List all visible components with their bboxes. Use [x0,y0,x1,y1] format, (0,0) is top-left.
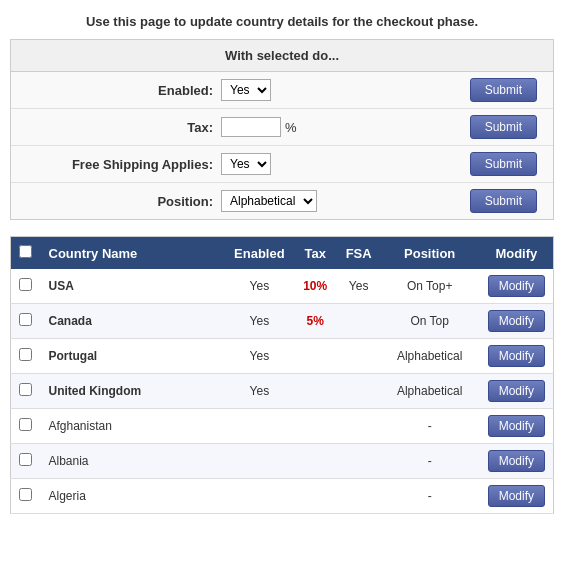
row-country-name: Portugal [41,339,227,374]
table-row: United KingdomYesAlphabeticalModify [11,374,554,409]
tax-label: Tax: [21,120,221,135]
free-shipping-select[interactable]: Yes No [221,153,271,175]
modify-button[interactable]: Modify [488,485,545,507]
tax-input[interactable] [221,117,281,137]
free-shipping-control: Yes No [221,153,470,175]
header-enabled: Enabled [226,237,293,270]
row-country-name: Algeria [41,479,227,514]
row-fsa [338,339,380,374]
row-country-name: USA [41,269,227,304]
enabled-row: Enabled: Yes No Submit [11,72,553,109]
row-country-name: United Kingdom [41,374,227,409]
modify-button[interactable]: Modify [488,450,545,472]
modify-button[interactable]: Modify [488,345,545,367]
header-fsa: FSA [338,237,380,270]
row-enabled: Yes [226,339,293,374]
header-position: Position [380,237,480,270]
table-row: Albania-Modify [11,444,554,479]
row-position: - [380,444,480,479]
tax-submit-button[interactable]: Submit [470,115,537,139]
modify-button[interactable]: Modify [488,275,545,297]
countries-table-section: Country Name Enabled Tax FSA Position Mo… [10,236,554,514]
free-shipping-submit-button[interactable]: Submit [470,152,537,176]
row-modify-cell: Modify [480,409,554,444]
enabled-select[interactable]: Yes No [221,79,271,101]
row-checkbox[interactable] [19,348,32,361]
table-row: PortugalYesAlphabeticalModify [11,339,554,374]
row-checkbox[interactable] [19,418,32,431]
row-checkbox-cell [11,444,41,479]
row-position: Alphabetical [380,339,480,374]
row-fsa [338,444,380,479]
modify-button[interactable]: Modify [488,380,545,402]
row-enabled: Yes [226,304,293,339]
row-modify-cell: Modify [480,304,554,339]
position-label: Position: [21,194,221,209]
row-country-name: Albania [41,444,227,479]
header-modify: Modify [480,237,554,270]
modify-button[interactable]: Modify [488,310,545,332]
row-checkbox[interactable] [19,383,32,396]
row-position: On Top [380,304,480,339]
row-fsa: Yes [338,269,380,304]
select-all-checkbox[interactable] [19,245,32,258]
table-header-row: Country Name Enabled Tax FSA Position Mo… [11,237,554,270]
row-enabled [226,409,293,444]
row-modify-cell: Modify [480,339,554,374]
enabled-control: Yes No [221,79,470,101]
row-checkbox-cell [11,374,41,409]
row-checkbox-cell [11,269,41,304]
row-checkbox[interactable] [19,313,32,326]
enabled-submit-button[interactable]: Submit [470,78,537,102]
header-checkbox-col [11,237,41,270]
row-enabled [226,444,293,479]
tax-row: Tax: % Submit [11,109,553,146]
free-shipping-label: Free Shipping Applies: [21,157,221,172]
row-position: - [380,409,480,444]
table-row: USAYes10%YesOn Top+Modify [11,269,554,304]
row-tax [293,339,338,374]
row-tax: 10% [293,269,338,304]
header-country-name: Country Name [41,237,227,270]
row-checkbox-cell [11,304,41,339]
row-position: On Top+ [380,269,480,304]
row-checkbox[interactable] [19,488,32,501]
row-fsa [338,409,380,444]
row-tax: 5% [293,304,338,339]
row-fsa [338,304,380,339]
row-modify-cell: Modify [480,444,554,479]
row-tax [293,409,338,444]
row-modify-cell: Modify [480,374,554,409]
enabled-label: Enabled: [21,83,221,98]
free-shipping-row: Free Shipping Applies: Yes No Submit [11,146,553,183]
row-country-name: Canada [41,304,227,339]
percent-symbol: % [285,120,297,135]
row-checkbox-cell [11,479,41,514]
row-checkbox-cell [11,339,41,374]
row-position: - [380,479,480,514]
row-tax [293,444,338,479]
row-tax [293,479,338,514]
position-row: Position: Alphabetical On Top On Top+ Su… [11,183,553,219]
row-enabled: Yes [226,374,293,409]
row-enabled [226,479,293,514]
table-row: Algeria-Modify [11,479,554,514]
form-title: With selected do... [11,40,553,72]
position-select[interactable]: Alphabetical On Top On Top+ [221,190,317,212]
row-enabled: Yes [226,269,293,304]
row-position: Alphabetical [380,374,480,409]
row-checkbox[interactable] [19,453,32,466]
table-row: CanadaYes5%On TopModify [11,304,554,339]
row-fsa [338,479,380,514]
row-tax [293,374,338,409]
bulk-action-form: With selected do... Enabled: Yes No Subm… [10,39,554,220]
table-row: Afghanistan-Modify [11,409,554,444]
row-checkbox-cell [11,409,41,444]
row-country-name: Afghanistan [41,409,227,444]
modify-button[interactable]: Modify [488,415,545,437]
header-tax: Tax [293,237,338,270]
position-control: Alphabetical On Top On Top+ [221,190,470,212]
page-description: Use this page to update country details … [0,0,564,39]
position-submit-button[interactable]: Submit [470,189,537,213]
row-checkbox[interactable] [19,278,32,291]
